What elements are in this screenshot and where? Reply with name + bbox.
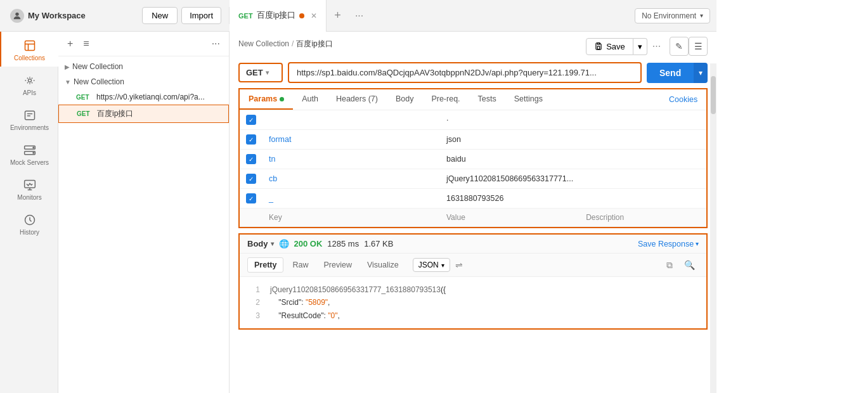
params-tab-prereq[interactable]: Pre-req. [422,89,469,110]
line-content-2: "Srcid": "5809", [270,296,330,309]
svg-rect-11 [597,43,600,44]
breadcrumb-collection: New Collection [238,39,289,48]
file-tree-panel: + ≡ ··· ▶ New Collection ▼ New Collectio… [58,32,230,393]
wrap-icon[interactable]: ⇌ [455,260,463,270]
sidebar-item-collections[interactable]: Collections [0,32,58,67]
status-ok: 200 OK [294,239,323,248]
table-row: ✓ tn baidu [240,150,706,169]
code-line-2: 2 "Srcid": "5809", [250,296,696,309]
format-label: JSON [418,261,439,269]
cookies-link[interactable]: Cookies [660,90,706,109]
params-tab-body[interactable]: Body [387,89,423,110]
breadcrumb: New Collection / 百度ip接口 [238,39,333,49]
edit-button[interactable]: ✎ [670,37,689,56]
params-tab-auth[interactable]: Auth [293,89,327,110]
tree-child-1[interactable]: GET https://v0.yiketianqi.com/api?a... [58,89,229,105]
params-tab-settings[interactable]: Settings [505,89,552,110]
collection-1-chevron: ▶ [65,63,70,70]
param-val-4: 1631880793526 [440,189,580,209]
save-dropdown-button[interactable]: ▾ [633,38,647,55]
tree-child-2[interactable]: GET 百度ip接口 [58,105,229,123]
save-button[interactable]: Save [586,38,633,55]
breadcrumb-current: 百度ip接口 [296,39,332,49]
collection-1-item[interactable]: ▶ New Collection [58,59,229,74]
code-tab-raw[interactable]: Raw [286,258,314,272]
params-tab-label: Params [249,94,277,103]
tree-more-button[interactable]: ··· [209,37,223,51]
save-response-button[interactable]: Save Response ▾ [638,240,699,248]
environments-label: Environments [10,124,49,131]
param-key-2: tn [262,150,440,169]
code-line-3: 3 "ResultCode": "0", [250,309,696,322]
params-section: Params Auth Headers (7) Body Pre-req. Te… [238,88,708,228]
param-desc-4 [580,189,706,209]
filter-button[interactable]: ≡ [81,37,91,51]
scroll-thumb[interactable] [711,76,716,114]
sidebar-item-environments[interactable]: Environments [0,101,58,136]
line-num-1: 1 [250,283,260,296]
tabs-more-button[interactable]: ··· [349,10,370,22]
svg-point-6 [33,147,34,148]
send-btn-group: Send ▾ [647,63,708,83]
monitors-label: Monitors [17,194,41,201]
content-area: Collections APIs Environments Mock Serve… [0,32,716,393]
row-checkbox-2[interactable]: ✓ [246,154,256,164]
collection-1-label: New Collection [72,62,123,71]
new-tab-button[interactable]: + [327,9,349,22]
save-response-label: Save Response [638,240,694,248]
sidebar-nav: Collections APIs Environments Mock Serve… [0,32,58,241]
sidebar-item-monitors[interactable]: Monitors [0,171,58,206]
code-tab-visualize[interactable]: Visualize [361,258,405,272]
url-input[interactable] [288,62,642,83]
tab-name: 百度ip接口 [257,10,296,21]
top-bar-left: My Workspace New Import [0,7,230,24]
param-val-2: baidu [440,150,580,169]
params-active-dot [280,97,284,101]
method-selector[interactable]: GET ▾ [238,63,283,82]
sidebar-item-mock-servers[interactable]: Mock Servers [0,136,58,171]
send-button[interactable]: Send [647,63,694,83]
params-tab-tests[interactable]: Tests [469,89,505,110]
add-collection-button[interactable]: + [65,37,75,51]
svg-rect-1 [25,41,34,51]
search-code-button[interactable]: 🔍 [680,259,699,272]
collection-2-item[interactable]: ▼ New Collection [58,74,229,89]
svg-rect-3 [25,111,34,119]
sidebar-item-history[interactable]: History [0,206,58,241]
request-more-button[interactable]: ··· [647,38,666,55]
tab-close-icon[interactable]: ✕ [311,11,317,20]
format-selector[interactable]: JSON ▾ [413,258,450,272]
param-key-3: cb [262,169,440,189]
row-checkbox-0[interactable]: ✓ [246,115,256,125]
save-btn-group: Save ▾ ··· ✎ ☰ [586,37,708,56]
environment-label: No Environment [642,11,696,20]
params-tab-params[interactable]: Params [240,89,293,110]
import-button[interactable]: Import [181,7,221,24]
copy-code-button[interactable]: ⧉ [663,259,677,272]
row-checkbox-3[interactable]: ✓ [246,174,256,184]
environment-selector[interactable]: No Environment ▾ [635,8,710,23]
top-bar: My Workspace New Import GET 百度ip接口 ✕ + ·… [0,0,716,32]
method-badge-2: GET [77,110,94,117]
svg-point-7 [33,152,34,153]
send-dropdown-button[interactable]: ▾ [694,63,708,83]
mock-servers-label: Mock Servers [10,159,49,166]
code-body: 1 jQuery110208150866956331777_1631880793… [240,277,706,328]
active-tab[interactable]: GET 百度ip接口 ✕ [230,0,327,32]
new-button[interactable]: New [142,7,178,24]
code-tab-pretty[interactable]: Pretty [247,257,283,273]
code-line-1: 1 jQuery110208150866956331777_1631880793… [250,283,696,296]
line-content-3: "ResultCode": "0", [270,309,340,322]
scrollbar[interactable] [710,63,716,393]
main-right: New Collection / 百度ip接口 Save ▾ ··· ✎ ☰ [230,32,716,393]
comment-button[interactable]: ☰ [689,37,708,56]
table-row: ✓ format json [240,130,706,150]
param-val-1: json [440,130,580,150]
row-checkbox-4[interactable]: ✓ [246,193,256,203]
code-tab-preview[interactable]: Preview [317,258,358,272]
body-chevron-icon[interactable]: ▾ [271,240,274,247]
sidebar-item-apis[interactable]: APIs [0,67,58,101]
params-tab-headers[interactable]: Headers (7) [327,89,387,110]
tree-child-1-label: https://v0.yiketianqi.com/api?a... [96,93,205,101]
row-checkbox-1[interactable]: ✓ [246,134,256,145]
